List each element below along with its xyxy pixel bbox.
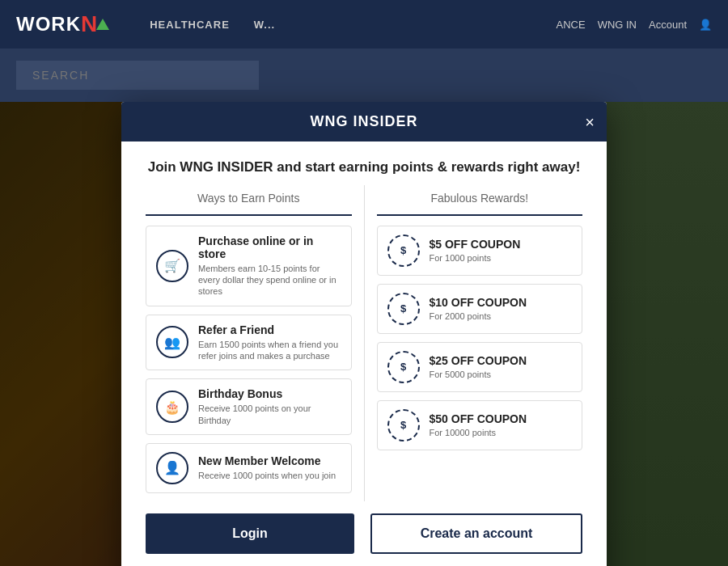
- birthday-icon: 🎂: [156, 391, 188, 423]
- purchase-icon: 🛒: [156, 250, 188, 282]
- logo-work-text: WORK: [16, 13, 81, 36]
- earn-desc-purchase: Members earn 10-15 points for every doll…: [198, 263, 341, 298]
- reward-desc-10off: For 2000 points: [430, 311, 527, 321]
- search-bar: [0, 49, 728, 102]
- modal-terms[interactable]: Terms: [121, 562, 607, 566]
- reward-item-25off: $ $25 OFF COUPON For 5000 points: [377, 342, 583, 392]
- reward-icon-10: $: [387, 293, 420, 325]
- refer-icon: 👥: [156, 326, 188, 358]
- reward-icon-5: $: [387, 234, 420, 267]
- reward-title-10off: $10 OFF COUPON: [430, 296, 527, 309]
- earn-item-refer: 👥 Refer a Friend Earn 1500 points when a…: [146, 315, 352, 371]
- reward-desc-50off: For 10000 points: [430, 428, 527, 437]
- earn-title-birthday: Birthday Bonus: [198, 387, 341, 400]
- earn-desc-birthday: Receive 1000 points on your Birthday: [198, 403, 341, 426]
- earn-desc-new-member: Receive 1000 points when you join: [198, 470, 336, 481]
- reward-text-25off: $25 OFF COUPON For 5000 points: [430, 354, 527, 379]
- earn-points-column: Ways to Earn Points 🛒 Purchase online or…: [138, 185, 360, 501]
- earn-text-refer: Refer a Friend Earn 1500 points when a f…: [198, 323, 341, 362]
- modal-columns: Ways to Earn Points 🛒 Purchase online or…: [121, 185, 607, 501]
- page-content: WNG INSIDER × Join WNG INSIDER and start…: [0, 102, 728, 566]
- reward-desc-5off: For 1000 points: [430, 253, 521, 263]
- earn-title-purchase: Purchase online or in store: [198, 234, 341, 260]
- earn-desc-refer: Earn 1500 points when a friend you refer…: [198, 339, 341, 362]
- nav-ance[interactable]: ANCE: [557, 19, 586, 31]
- logo-n-text: N: [81, 11, 98, 37]
- earn-column-header: Ways to Earn Points: [146, 185, 352, 216]
- earn-item-birthday: 🎂 Birthday Bonus Receive 1000 points on …: [146, 378, 352, 435]
- modal-title: WNG INSIDER: [310, 113, 417, 129]
- new-member-icon: 👤: [156, 452, 188, 484]
- top-navigation: WORK N HEALTHCARE W... ANCE WNG IN Accou…: [0, 0, 728, 49]
- modal-close-button[interactable]: ×: [585, 114, 595, 130]
- reward-item-10off: $ $10 OFF COUPON For 2000 points: [377, 284, 583, 334]
- nav-links: HEALTHCARE W...: [150, 19, 275, 31]
- modal-subtitle: Join WNG INSIDER and start earning point…: [121, 142, 607, 185]
- logo-arrow-icon: [96, 19, 109, 30]
- earn-text-purchase: Purchase online or in store Members earn…: [198, 234, 341, 298]
- reward-text-10off: $10 OFF COUPON For 2000 points: [430, 296, 527, 321]
- column-divider: [364, 185, 365, 501]
- login-button[interactable]: Login: [146, 513, 354, 554]
- reward-desc-25off: For 5000 points: [430, 370, 527, 379]
- reward-item-50off: $ $50 OFF COUPON For 10000 points: [377, 400, 583, 450]
- reward-icon-50: $: [387, 409, 420, 441]
- modal-footer: Login Create an account: [121, 501, 607, 562]
- earn-item-new-member: 👤 New Member Welcome Receive 1000 points…: [146, 443, 352, 493]
- earn-title-refer: Refer a Friend: [198, 323, 341, 336]
- reward-text-50off: $50 OFF COUPON For 10000 points: [430, 412, 527, 437]
- wng-insider-modal: WNG INSIDER × Join WNG INSIDER and start…: [121, 102, 607, 566]
- nav-w[interactable]: W...: [254, 19, 275, 31]
- reward-title-25off: $25 OFF COUPON: [430, 354, 527, 367]
- nav-healthcare[interactable]: HEALTHCARE: [150, 19, 230, 31]
- account-icon[interactable]: 👤: [699, 19, 712, 31]
- create-account-button[interactable]: Create an account: [370, 513, 582, 554]
- nav-wng[interactable]: WNG IN: [598, 19, 637, 31]
- reward-title-50off: $50 OFF COUPON: [430, 412, 527, 425]
- reward-item-5off: $ $5 OFF COUPON For 1000 points: [377, 226, 583, 276]
- modal-header: WNG INSIDER ×: [121, 102, 607, 142]
- nav-account[interactable]: Account: [649, 19, 687, 31]
- reward-title-5off: $5 OFF COUPON: [430, 238, 521, 251]
- nav-right: ANCE WNG IN Account 👤: [557, 19, 713, 31]
- earn-text-birthday: Birthday Bonus Receive 1000 points on yo…: [198, 387, 341, 426]
- rewards-column-header: Fabulous Rewards!: [377, 185, 583, 216]
- modal-backdrop: WNG INSIDER × Join WNG INSIDER and start…: [0, 102, 728, 566]
- earn-text-new-member: New Member Welcome Receive 1000 points w…: [198, 454, 336, 481]
- reward-icon-25: $: [387, 351, 420, 383]
- rewards-column: Fabulous Rewards! $ $5 OFF COUPON For 10…: [369, 185, 591, 501]
- reward-text-5off: $5 OFF COUPON For 1000 points: [430, 238, 521, 263]
- earn-item-purchase: 🛒 Purchase online or in store Members ea…: [146, 226, 352, 306]
- earn-title-new-member: New Member Welcome: [198, 454, 336, 467]
- search-input[interactable]: [16, 61, 259, 90]
- logo: WORK N: [16, 11, 109, 37]
